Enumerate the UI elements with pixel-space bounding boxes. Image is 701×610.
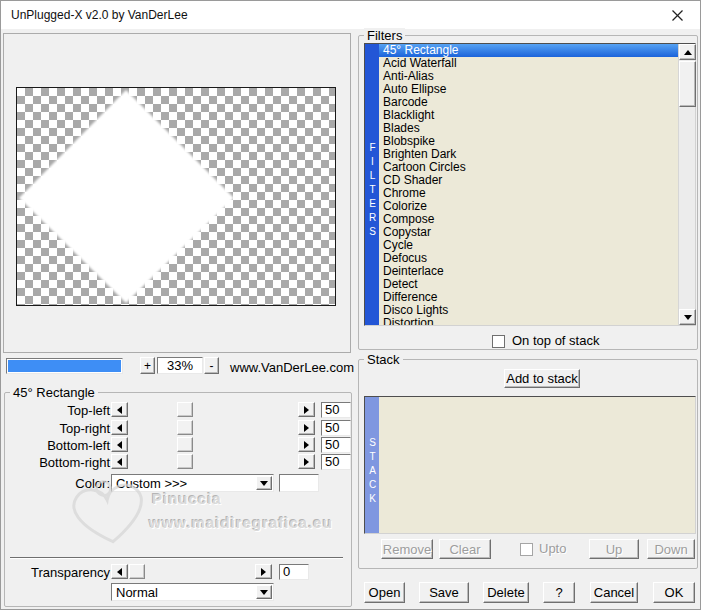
color-swatch[interactable] bbox=[279, 474, 319, 492]
right-arrow-icon bbox=[304, 406, 309, 414]
slider-right-arrow[interactable] bbox=[298, 454, 315, 469]
section-divider bbox=[10, 557, 343, 559]
zoom-out-button[interactable]: - bbox=[204, 357, 219, 374]
remove-button[interactable]: Remove bbox=[381, 539, 433, 559]
zoom-percent-field[interactable]: 33% bbox=[157, 357, 203, 374]
add-to-stack-button[interactable]: Add to stack bbox=[504, 369, 580, 388]
slider-track[interactable] bbox=[128, 437, 298, 452]
dropdown-button[interactable] bbox=[256, 585, 272, 599]
delete-label: Delete bbox=[487, 585, 525, 600]
transparency-right-arrow[interactable] bbox=[255, 564, 272, 579]
right-arrow-icon bbox=[304, 441, 309, 449]
left-arrow-icon bbox=[117, 568, 122, 576]
chevron-down-icon bbox=[260, 590, 268, 595]
filters-side-bar: FILTERS bbox=[365, 44, 379, 325]
filters-list[interactable]: 45° RectangleAcid WaterfallAnti-AliasAut… bbox=[379, 44, 678, 325]
preview-image bbox=[16, 87, 336, 306]
blend-mode-dropdown[interactable]: Normal bbox=[111, 583, 274, 601]
slider-left-arrow[interactable] bbox=[111, 402, 128, 417]
filters-listbox: FILTERS 45° RectangleAcid WaterfallAnti-… bbox=[364, 43, 696, 326]
save-button[interactable]: Save bbox=[419, 582, 469, 603]
right-arrow-icon bbox=[304, 424, 309, 432]
slider-left-arrow[interactable] bbox=[111, 420, 128, 435]
ok-button[interactable]: OK bbox=[653, 582, 695, 603]
left-arrow-icon bbox=[117, 406, 122, 414]
slider-thumb[interactable] bbox=[177, 420, 193, 435]
upto-option[interactable]: Upto bbox=[520, 542, 566, 556]
transparency-value-field[interactable]: 0 bbox=[279, 564, 309, 580]
zoom-in-button[interactable]: + bbox=[140, 357, 155, 374]
watermark-name: Pinuccia bbox=[152, 490, 222, 507]
filter-list-item[interactable]: Copystar bbox=[379, 226, 678, 239]
filters-scrollbar[interactable] bbox=[678, 44, 695, 325]
transparency-track[interactable] bbox=[128, 564, 255, 579]
title-bar[interactable]: UnPlugged-X v2.0 by VanDerLee bbox=[1, 1, 700, 29]
stack-listbox[interactable]: STACK bbox=[364, 396, 696, 534]
stack-group-label: Stack bbox=[364, 352, 403, 367]
arrow-down-icon bbox=[684, 315, 692, 320]
open-button[interactable]: Open bbox=[364, 582, 405, 603]
slider-label: Bottom-right bbox=[5, 455, 110, 470]
slider-right-arrow[interactable] bbox=[298, 420, 315, 435]
stack-list[interactable] bbox=[379, 397, 695, 533]
cancel-button[interactable]: Cancel bbox=[590, 582, 638, 603]
help-button[interactable]: ? bbox=[543, 582, 575, 603]
transparency-label: Transparency bbox=[5, 565, 110, 580]
slider-track[interactable] bbox=[128, 402, 298, 417]
transparency-left-arrow[interactable] bbox=[111, 564, 128, 579]
filter-list-item[interactable]: Distortion bbox=[379, 317, 678, 325]
filter-list-item[interactable]: Deinterlace bbox=[379, 265, 678, 278]
close-icon bbox=[672, 10, 683, 21]
upto-checkbox[interactable] bbox=[520, 543, 533, 556]
slider-left-arrow[interactable] bbox=[111, 437, 128, 452]
slider-right-arrow[interactable] bbox=[298, 402, 315, 417]
clear-label: Clear bbox=[449, 542, 480, 557]
blend-mode-value: Normal bbox=[112, 584, 273, 600]
slider-thumb[interactable] bbox=[177, 454, 193, 469]
left-arrow-icon bbox=[117, 424, 122, 432]
slider-value-field[interactable]: 50 bbox=[321, 420, 351, 436]
watermark-url: www.maidiregrafica.eu bbox=[149, 514, 333, 531]
slider-label: Bottom-left bbox=[5, 438, 110, 453]
dropdown-button[interactable] bbox=[256, 476, 272, 490]
clear-button[interactable]: Clear bbox=[439, 539, 491, 559]
add-to-stack-label: Add to stack bbox=[506, 371, 578, 386]
slider-track[interactable] bbox=[128, 454, 298, 469]
slider-track[interactable] bbox=[128, 420, 298, 435]
slider-thumb[interactable] bbox=[177, 437, 193, 452]
parameters-group: 45° Rectangle Top-left 50 Top-right 50 B… bbox=[4, 392, 352, 607]
slider-right-arrow[interactable] bbox=[298, 437, 315, 452]
slider-label: Top-right bbox=[5, 421, 110, 436]
filters-group-label: Filters bbox=[364, 28, 405, 43]
on-top-of-stack-label: On top of stack bbox=[512, 334, 599, 348]
slider-value-field[interactable]: 50 bbox=[321, 402, 351, 418]
filter-list-item[interactable]: Blacklight bbox=[379, 109, 678, 122]
scrollbar-thumb[interactable] bbox=[679, 61, 696, 107]
left-arrow-icon bbox=[117, 441, 122, 449]
diamond-preview-shape bbox=[17, 88, 335, 305]
scroll-down-button[interactable] bbox=[679, 309, 696, 325]
right-arrow-icon bbox=[261, 568, 266, 576]
down-label: Down bbox=[654, 542, 687, 557]
scroll-up-button[interactable] bbox=[679, 44, 696, 60]
close-button[interactable] bbox=[655, 1, 700, 29]
slider-value-field[interactable]: 50 bbox=[321, 454, 351, 470]
ok-label: OK bbox=[665, 585, 684, 600]
vendor-site-label: www.VanDerLee.com bbox=[230, 360, 354, 375]
down-button[interactable]: Down bbox=[647, 539, 695, 559]
slider-value-field[interactable]: 50 bbox=[321, 437, 351, 453]
slider-thumb[interactable] bbox=[177, 402, 193, 417]
unplugged-x-dialog: UnPlugged-X v2.0 by VanDerLee + 33% - ww… bbox=[0, 0, 701, 610]
zoom-in-label: + bbox=[144, 359, 151, 373]
watermark-heart-icon bbox=[63, 472, 156, 553]
slider-left-arrow[interactable] bbox=[111, 454, 128, 469]
stack-side-bar: STACK bbox=[365, 397, 379, 533]
save-label: Save bbox=[429, 585, 459, 600]
on-top-of-stack-option[interactable]: On top of stack bbox=[492, 334, 599, 348]
delete-button[interactable]: Delete bbox=[483, 582, 529, 603]
up-button[interactable]: Up bbox=[589, 539, 639, 559]
transparency-thumb[interactable] bbox=[129, 564, 145, 579]
on-top-of-stack-checkbox[interactable] bbox=[492, 335, 505, 348]
progress-bar bbox=[6, 358, 123, 374]
chevron-down-icon bbox=[260, 481, 268, 486]
